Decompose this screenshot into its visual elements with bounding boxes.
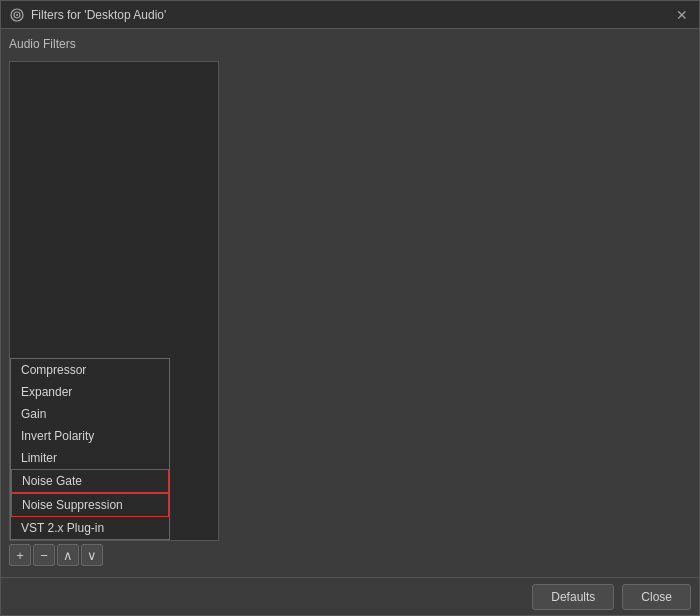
- dropdown-item-noise-suppression[interactable]: Noise Suppression: [11, 493, 169, 517]
- close-window-button[interactable]: ✕: [673, 6, 691, 24]
- right-panel: [225, 61, 691, 569]
- filter-dropdown-menu: CompressorExpanderGainInvert PolarityLim…: [10, 358, 170, 540]
- dropdown-item-gain[interactable]: Gain: [11, 403, 169, 425]
- dropdown-item-vst-plugin[interactable]: VST 2.x Plug-in: [11, 517, 169, 539]
- svg-point-2: [16, 14, 18, 16]
- filter-list-area: CompressorExpanderGainInvert PolarityLim…: [9, 61, 219, 541]
- defaults-button[interactable]: Defaults: [532, 584, 614, 610]
- close-button[interactable]: Close: [622, 584, 691, 610]
- dropdown-item-noise-gate[interactable]: Noise Gate: [11, 469, 169, 493]
- title-bar-left: Filters for 'Desktop Audio': [9, 7, 166, 23]
- dropdown-item-compressor[interactable]: Compressor: [11, 359, 169, 381]
- title-bar: Filters for 'Desktop Audio' ✕: [1, 1, 699, 29]
- add-filter-button[interactable]: +: [9, 544, 31, 566]
- dropdown-item-invert-polarity[interactable]: Invert Polarity: [11, 425, 169, 447]
- section-label: Audio Filters: [9, 37, 691, 51]
- dropdown-item-expander[interactable]: Expander: [11, 381, 169, 403]
- remove-filter-button[interactable]: −: [33, 544, 55, 566]
- audio-icon: [9, 7, 25, 23]
- filter-toolbar: + − ∧ ∨: [9, 541, 219, 569]
- left-panel: CompressorExpanderGainInvert PolarityLim…: [9, 61, 219, 569]
- dropdown-item-limiter[interactable]: Limiter: [11, 447, 169, 469]
- main-panel: CompressorExpanderGainInvert PolarityLim…: [9, 61, 691, 569]
- bottom-bar: Defaults Close: [1, 577, 699, 615]
- main-window: Filters for 'Desktop Audio' ✕ Audio Filt…: [0, 0, 700, 616]
- window-title: Filters for 'Desktop Audio': [31, 8, 166, 22]
- move-down-filter-button[interactable]: ∨: [81, 544, 103, 566]
- move-up-filter-button[interactable]: ∧: [57, 544, 79, 566]
- content-area: Audio Filters CompressorExpanderGainInve…: [1, 29, 699, 577]
